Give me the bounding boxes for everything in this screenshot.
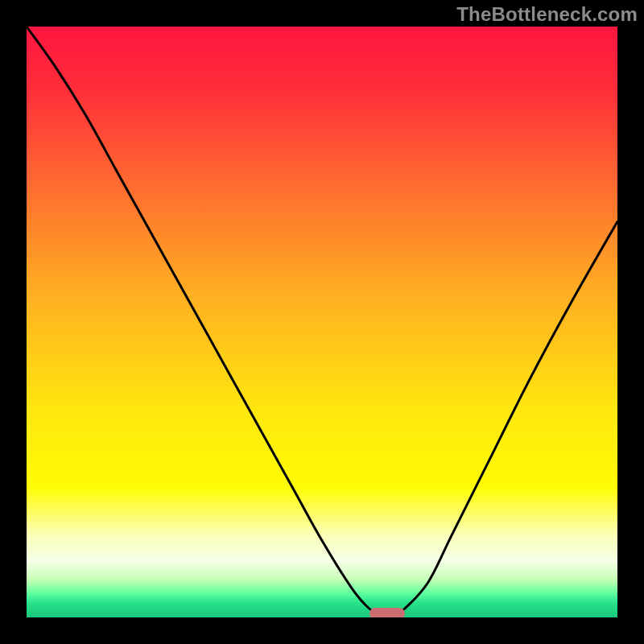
- watermark-text: TheBottleneck.com: [456, 3, 638, 26]
- chart-frame: TheBottleneck.com: [0, 0, 644, 644]
- plot-area: [27, 27, 617, 617]
- curve-overlay: [27, 27, 617, 617]
- optimal-zone-marker: [369, 608, 405, 617]
- bottleneck-curve: [27, 27, 617, 615]
